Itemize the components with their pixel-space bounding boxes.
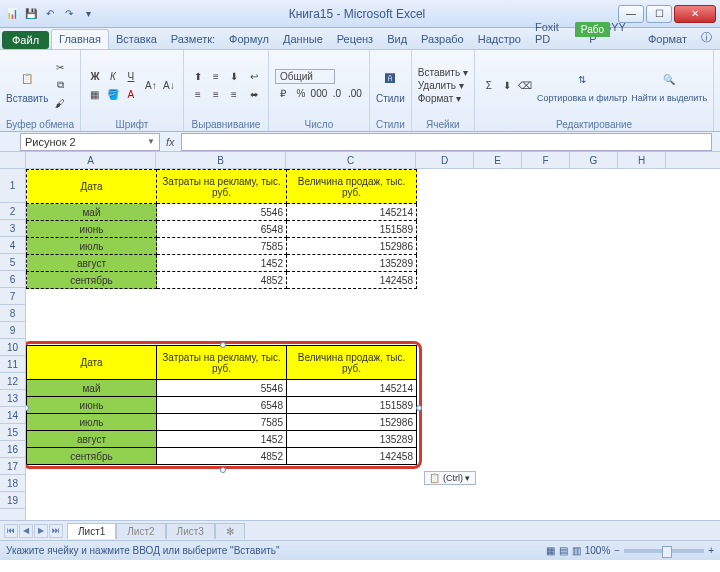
column-headers[interactable]: ABCDEFGH <box>26 152 720 169</box>
align-top-icon[interactable]: ⬆ <box>190 68 206 84</box>
row-headers[interactable]: 12345678910111213141516171819 <box>0 169 26 520</box>
tab-layout[interactable]: Разметк: <box>164 30 222 49</box>
sort-filter-button[interactable]: ⇅ Сортировка и фильтр <box>537 67 627 103</box>
fill-color-icon[interactable]: 🪣 <box>105 86 121 102</box>
font-color-icon[interactable]: A <box>123 86 139 102</box>
tab-formulas[interactable]: Формул <box>222 30 276 49</box>
zoom-out-button[interactable]: − <box>614 545 620 556</box>
maximize-button[interactable]: ☐ <box>646 5 672 23</box>
styles-icon: 🅰 <box>378 67 402 91</box>
zoom-slider[interactable] <box>624 549 704 553</box>
align-center-icon[interactable]: ≡ <box>208 86 224 102</box>
find-select-button[interactable]: 🔍 Найти и выделить <box>631 67 707 103</box>
fill-icon[interactable]: ⬇ <box>499 77 515 93</box>
help-icon[interactable]: ⓘ <box>694 27 720 49</box>
sheet-tab-2[interactable]: Лист2 <box>116 523 165 539</box>
align-right-icon[interactable]: ≡ <box>226 86 242 102</box>
tab-addins[interactable]: Надстро <box>471 30 528 49</box>
font-shrink-icon[interactable]: A↓ <box>161 77 177 93</box>
dec-decimal-icon[interactable]: .00 <box>347 86 363 102</box>
tab-developer[interactable]: Разрабо <box>414 30 471 49</box>
tab-format[interactable]: Формат <box>641 30 694 49</box>
source-table[interactable]: ДатаЗатраты на рекламу, тыс. руб.Величин… <box>26 169 417 289</box>
align-left-icon[interactable]: ≡ <box>190 86 206 102</box>
tab-data[interactable]: Данные <box>276 30 330 49</box>
excel-icon: 📊 <box>4 6 20 22</box>
group-cells-label: Ячейки <box>418 117 468 130</box>
paste-options-smarttag[interactable]: 📋(Ctrl) ▾ <box>424 471 476 485</box>
wrap-text-icon[interactable]: ↩ <box>246 68 262 84</box>
view-break-icon[interactable]: ▥ <box>572 545 581 556</box>
tab-review[interactable]: Реценз <box>330 30 380 49</box>
addin-badge: Рабо <box>575 22 610 37</box>
number-format-dropdown[interactable]: Общий <box>275 69 335 84</box>
format-cells-button[interactable]: Формат ▾ <box>418 93 468 104</box>
qat-dropdown-icon[interactable]: ▾ <box>80 6 96 22</box>
save-icon[interactable]: 💾 <box>23 6 39 22</box>
view-layout-icon[interactable]: ▤ <box>559 545 568 556</box>
clear-icon[interactable]: ⌫ <box>517 77 533 93</box>
close-button[interactable]: ✕ <box>674 5 716 23</box>
group-align-label: Выравнивание <box>190 117 262 130</box>
paste-icon: 📋 <box>15 67 39 91</box>
tab-insert[interactable]: Вставка <box>109 30 164 49</box>
align-bottom-icon[interactable]: ⬇ <box>226 68 242 84</box>
pasted-picture-table[interactable]: ДатаЗатраты на рекламу, тыс. руб.Величин… <box>26 345 417 465</box>
tab-file[interactable]: Файл <box>2 31 49 49</box>
sheet-tab-3[interactable]: Лист3 <box>166 523 215 539</box>
view-normal-icon[interactable]: ▦ <box>546 545 555 556</box>
select-all-corner[interactable] <box>0 152 26 169</box>
name-box[interactable]: Рисунок 2▼ <box>20 133 160 151</box>
sheet-tab-1[interactable]: Лист1 <box>67 523 116 539</box>
status-text: Укажите ячейку и нажмите ВВОД или выбери… <box>6 545 280 556</box>
tab-home[interactable]: Главная <box>51 29 109 49</box>
merge-icon[interactable]: ⬌ <box>246 86 262 102</box>
inc-decimal-icon[interactable]: .0 <box>329 86 345 102</box>
group-clipboard-label: Буфер обмена <box>6 117 74 130</box>
border-icon[interactable]: ▦ <box>87 86 103 102</box>
delete-cells-button[interactable]: Удалить ▾ <box>418 80 468 91</box>
group-edit-label: Редактирование <box>481 117 707 130</box>
group-styles-label: Стили <box>376 117 405 130</box>
fx-icon[interactable]: fx <box>166 136 175 148</box>
format-painter-icon[interactable]: 🖌 <box>52 95 68 111</box>
autosum-icon[interactable]: Σ <box>481 77 497 93</box>
currency-icon[interactable]: ₽ <box>275 86 291 102</box>
sheet-nav[interactable]: ⏮◀▶⏭ <box>0 524 67 538</box>
ribbon: 📋 Вставить ✂ ⧉ 🖌 Буфер обмена ЖКЧ ▦🪣A A↑… <box>0 50 720 132</box>
font-grow-icon[interactable]: A↑ <box>143 77 159 93</box>
italic-button[interactable]: К <box>105 68 121 84</box>
quick-access-toolbar[interactable]: 📊 💾 ↶ ↷ ▾ <box>4 6 96 22</box>
align-middle-icon[interactable]: ≡ <box>208 68 224 84</box>
zoom-level[interactable]: 100% <box>585 545 611 556</box>
sort-icon: ⇅ <box>570 67 594 91</box>
redo-icon[interactable]: ↷ <box>61 6 77 22</box>
group-number-label: Число <box>275 117 363 130</box>
copy-icon[interactable]: ⧉ <box>52 77 68 93</box>
insert-cells-button[interactable]: Вставить ▾ <box>418 67 468 78</box>
cut-icon[interactable]: ✂ <box>52 59 68 75</box>
tab-view[interactable]: Вид <box>380 30 414 49</box>
clipboard-icon: 📋 <box>429 473 440 483</box>
new-sheet-button[interactable]: ✻ <box>215 523 245 539</box>
group-font-label: Шрифт <box>87 117 177 130</box>
paste-button[interactable]: 📋 Вставить <box>6 67 48 104</box>
comma-icon[interactable]: 000 <box>311 86 327 102</box>
ribbon-tabs: Файл Главная Вставка Разметк: Формул Дан… <box>0 28 720 50</box>
bold-button[interactable]: Ж <box>87 68 103 84</box>
underline-button[interactable]: Ч <box>123 68 139 84</box>
zoom-in-button[interactable]: + <box>708 545 714 556</box>
percent-icon[interactable]: % <box>293 86 309 102</box>
styles-button[interactable]: 🅰 Стили <box>376 67 405 104</box>
formula-bar[interactable] <box>181 133 712 151</box>
undo-icon[interactable]: ↶ <box>42 6 58 22</box>
find-icon: 🔍 <box>657 67 681 91</box>
